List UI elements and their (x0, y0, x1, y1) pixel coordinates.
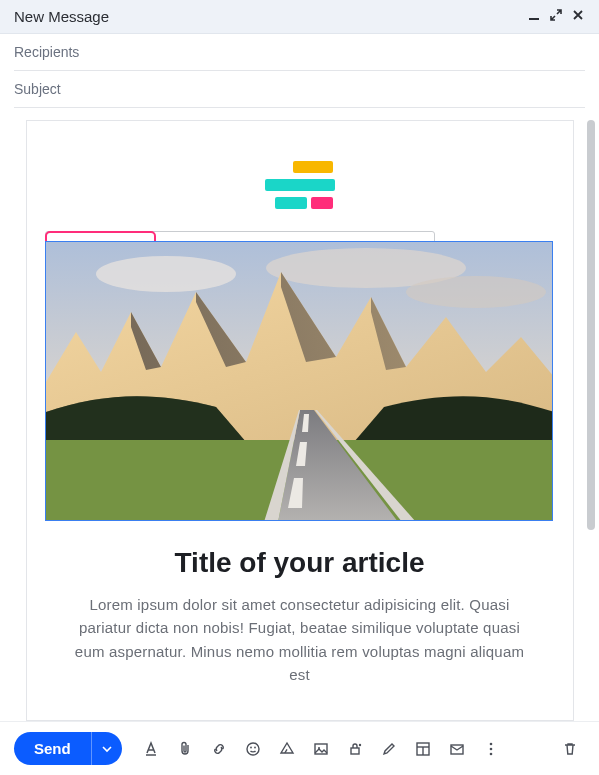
window-title: New Message (14, 8, 109, 25)
bottom-toolbar: Send (0, 721, 599, 775)
svg-rect-13 (351, 748, 359, 754)
send-group: Send (14, 732, 122, 765)
svg-point-20 (489, 747, 492, 750)
scrollbar[interactable] (587, 120, 595, 530)
mail-icon[interactable] (442, 734, 472, 764)
recipients-field[interactable]: Recipients (14, 34, 585, 71)
window-controls (527, 8, 585, 25)
emoji-icon[interactable] (238, 734, 268, 764)
subject-field[interactable]: Subject (14, 71, 585, 108)
svg-point-4 (406, 276, 546, 308)
minimize-icon[interactable] (527, 8, 541, 25)
header-fields: Recipients Subject (0, 34, 599, 108)
svg-point-21 (489, 752, 492, 755)
hero-image[interactable] (45, 241, 553, 521)
svg-point-8 (247, 743, 259, 755)
drive-icon[interactable] (272, 734, 302, 764)
svg-point-2 (96, 256, 236, 292)
titlebar: New Message (0, 0, 599, 34)
trash-icon[interactable] (555, 734, 585, 764)
pen-icon[interactable] (374, 734, 404, 764)
close-icon[interactable] (571, 8, 585, 25)
layout-icon[interactable] (408, 734, 438, 764)
compose-window: New Message Recipients Subject Change im… (0, 0, 599, 775)
lock-icon[interactable] (340, 734, 370, 764)
compose-body[interactable]: Change image Add link | Edit alt text | … (0, 108, 599, 721)
format-tools (136, 734, 506, 764)
send-options-button[interactable] (91, 732, 122, 765)
email-template: Change image Add link | Edit alt text | … (26, 120, 574, 721)
template-logo (265, 161, 335, 213)
send-button[interactable]: Send (14, 732, 91, 765)
font-icon[interactable] (136, 734, 166, 764)
svg-point-19 (489, 742, 492, 745)
attach-icon[interactable] (170, 734, 200, 764)
article-title[interactable]: Title of your article (45, 547, 555, 579)
article-body[interactable]: Lorem ipsum dolor sit amet consectetur a… (70, 593, 530, 686)
link-icon[interactable] (204, 734, 234, 764)
svg-point-14 (358, 743, 360, 745)
svg-point-9 (250, 746, 252, 748)
expand-icon[interactable] (549, 8, 563, 25)
more-icon[interactable] (476, 734, 506, 764)
image-icon[interactable] (306, 734, 336, 764)
chevron-down-icon (102, 744, 112, 754)
svg-rect-11 (315, 744, 327, 754)
svg-point-10 (254, 746, 256, 748)
